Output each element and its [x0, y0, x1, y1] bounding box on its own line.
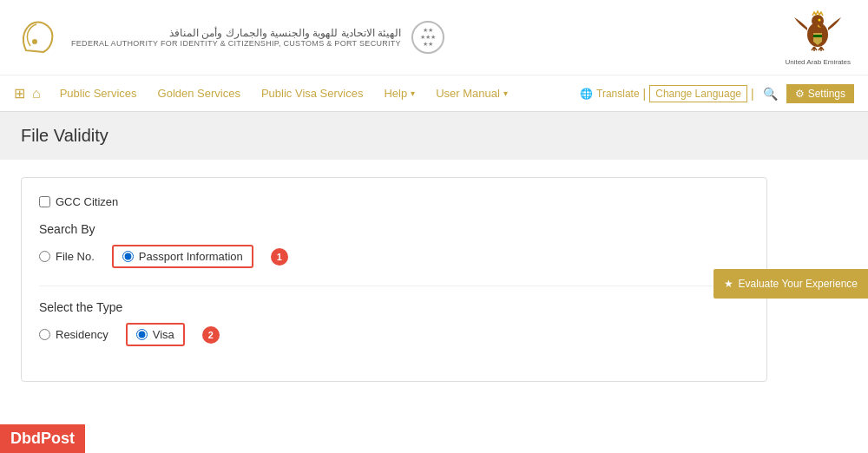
residency-radio[interactable]	[39, 329, 50, 340]
select-type-section: Select the Type Residency Visa 2	[39, 300, 749, 346]
evaluate-experience-button[interactable]: ★ Evaluate Your Experience	[713, 269, 868, 299]
header-logo-area: الهيئة الاتحادية للهوية والجنسية والجمار…	[17, 16, 444, 59]
visa-radio[interactable]	[136, 329, 148, 340]
translate-button[interactable]: 🌐 Translate	[580, 88, 640, 100]
gcc-citizen-label: GCC Citizen	[56, 195, 118, 208]
logo-text: الهيئة الاتحادية للهوية والجنسية والجمار…	[71, 27, 401, 48]
passport-info-label: Passport Information	[139, 250, 243, 263]
badge-2: 2	[202, 326, 220, 344]
search-by-radio-group: File No. Passport Information 1	[39, 245, 749, 268]
visa-option-highlighted[interactable]: Visa	[126, 323, 185, 346]
site-header: الهيئة الاتحادية للهوية والجنسية والجمار…	[0, 0, 868, 76]
search-icon[interactable]: 🔍	[758, 87, 783, 101]
file-no-label: File No.	[56, 250, 95, 263]
search-by-section: Search By File No. Passport Information …	[39, 222, 749, 268]
nav-public-visa-services[interactable]: Public Visa Services	[253, 83, 372, 103]
gcc-citizen-row: GCC Citizen	[39, 195, 749, 208]
svg-point-0	[32, 39, 37, 44]
home-icon[interactable]: ⌂	[32, 86, 41, 102]
grid-icon[interactable]: ⊞	[14, 85, 25, 102]
change-language-button[interactable]: Change Language	[649, 85, 747, 102]
file-no-option[interactable]: File No.	[39, 250, 95, 263]
page-title-section: File Validity	[0, 112, 868, 160]
evaluate-star-icon: ★	[724, 278, 733, 290]
logo-english-text: FEDERAL AUTHORITY FOR IDENTITY & CITIZEN…	[71, 39, 401, 48]
user-manual-chevron-icon: ▾	[503, 89, 508, 98]
passport-info-radio[interactable]	[122, 251, 134, 262]
settings-button[interactable]: ⚙ Settings	[786, 84, 854, 103]
gcc-citizen-checkbox[interactable]	[39, 196, 50, 207]
stars-badge: ★★ ★★★ ★★	[411, 21, 444, 54]
uae-emblem-container: United Arab Emirates	[785, 9, 851, 66]
residency-option[interactable]: Residency	[39, 328, 108, 341]
search-by-label: Search By	[39, 222, 749, 236]
settings-icon: ⚙	[795, 88, 805, 100]
translate-icon: 🌐	[580, 88, 593, 100]
nav-divider-2: |	[751, 87, 754, 101]
file-no-radio[interactable]	[39, 251, 50, 262]
page-title: File Validity	[21, 126, 847, 146]
badge-1: 1	[271, 248, 288, 266]
form-card: GCC Citizen Search By File No. Passport …	[21, 177, 767, 382]
nav-divider-1: |	[643, 87, 647, 101]
logo-arabic-text: الهيئة الاتحادية للهوية والجنسية والجمار…	[71, 27, 401, 39]
nav-help[interactable]: Help ▾	[375, 83, 424, 103]
uae-eagle-icon	[790, 9, 846, 56]
select-type-label: Select the Type	[39, 300, 749, 314]
nav-user-manual[interactable]: User Manual ▾	[427, 83, 516, 103]
help-chevron-icon: ▾	[411, 89, 415, 98]
main-navbar: ⊞ ⌂ Public Services Golden Services Publ…	[0, 76, 868, 112]
logo-icon	[17, 16, 61, 59]
nav-right: 🌐 Translate | Change Language | 🔍 ⚙ Sett…	[580, 84, 854, 103]
svg-rect-4	[813, 35, 822, 37]
uae-label-text: United Arab Emirates	[785, 58, 851, 66]
section-divider	[39, 286, 749, 286]
visa-label: Visa	[153, 328, 174, 341]
nav-golden-services[interactable]: Golden Services	[149, 83, 249, 103]
svg-point-3	[818, 19, 820, 22]
nav-left: ⊞ ⌂ Public Services Golden Services Publ…	[14, 83, 580, 103]
select-type-radio-group: Residency Visa 2	[39, 323, 749, 346]
nav-public-services[interactable]: Public Services	[51, 83, 146, 103]
passport-info-option-highlighted[interactable]: Passport Information	[112, 245, 253, 268]
residency-label: Residency	[56, 328, 108, 341]
